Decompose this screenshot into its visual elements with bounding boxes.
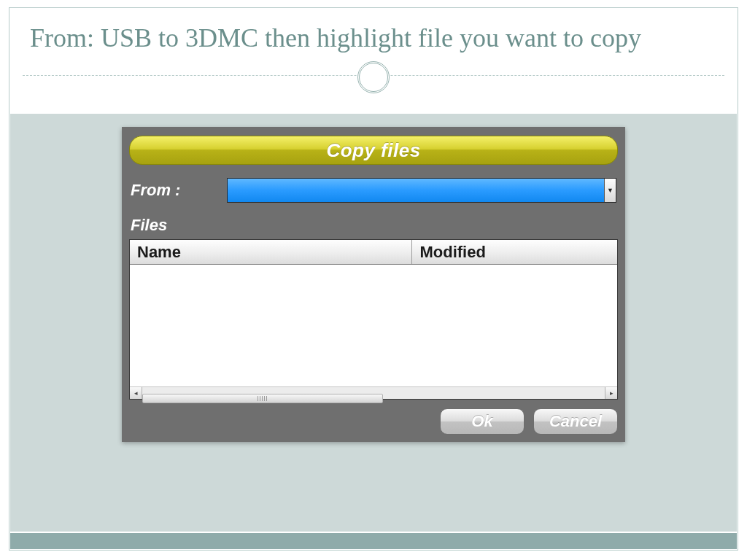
copy-files-dialog: Copy files From : ▼ Files Name Modified …: [122, 127, 625, 442]
from-dropdown[interactable]: ▼: [227, 178, 616, 203]
column-header-modified[interactable]: Modified: [412, 240, 617, 264]
slide-body: Copy files From : ▼ Files Name Modified …: [10, 114, 737, 532]
from-label: From :: [131, 181, 211, 200]
slide-footer-bar: [10, 533, 737, 549]
grip-icon: [258, 396, 268, 401]
scroll-thumb[interactable]: [142, 394, 383, 403]
from-dropdown-value[interactable]: [228, 179, 604, 202]
slide-header: From: USB to 3DMC then highlight file yo…: [9, 8, 738, 61]
dialog-title: Copy files: [129, 136, 618, 165]
files-label: Files: [131, 216, 616, 235]
scroll-left-icon[interactable]: ◂: [130, 387, 142, 399]
slide-title: From: USB to 3DMC then highlight file yo…: [30, 23, 717, 54]
column-header-name[interactable]: Name: [130, 240, 412, 264]
dialog-button-row: Ok Cancel: [129, 408, 618, 435]
slide-divider: [9, 65, 738, 87]
ok-button[interactable]: Ok: [440, 408, 525, 435]
from-row: From : ▼: [131, 178, 616, 203]
slide-frame: From: USB to 3DMC then highlight file yo…: [9, 7, 738, 551]
horizontal-scrollbar[interactable]: ◂ ▸: [130, 386, 617, 399]
scroll-right-icon[interactable]: ▸: [605, 387, 617, 399]
chevron-down-icon[interactable]: ▼: [604, 179, 616, 202]
cancel-button[interactable]: Cancel: [533, 408, 618, 435]
files-table-header: Name Modified: [130, 240, 617, 265]
files-table-body[interactable]: [130, 265, 617, 386]
divider-circle-icon: [357, 61, 390, 93]
files-table: Name Modified ◂ ▸: [129, 239, 618, 400]
